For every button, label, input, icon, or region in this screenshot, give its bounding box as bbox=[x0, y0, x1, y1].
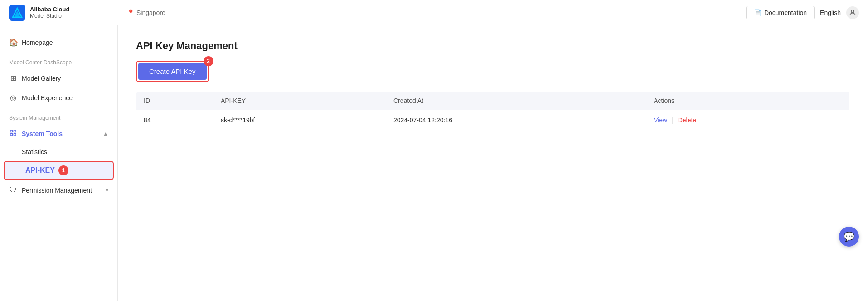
permission-icon: 🛡 bbox=[9, 186, 17, 194]
region-label: Singapore bbox=[136, 9, 165, 16]
svg-rect-8 bbox=[14, 133, 16, 136]
svg-point-4 bbox=[851, 10, 854, 13]
sidebar-item-model-gallery[interactable]: ⊞ Model Gallery bbox=[0, 68, 117, 88]
logo-icon bbox=[9, 5, 25, 21]
col-actions: Actions bbox=[646, 92, 849, 110]
model-experience-label: Model Experience bbox=[22, 94, 73, 102]
create-btn-wrapper: Create API Key bbox=[136, 61, 209, 82]
permission-management-label: Permission Management bbox=[22, 187, 92, 194]
sidebar: 🏠 Homepage Model Center-DashScope ⊞ Mode… bbox=[0, 25, 118, 301]
table-row: 84 sk-d****19bf 2024-07-04 12:20:16 View… bbox=[136, 110, 850, 131]
logo-text: Alibaba Cloud Model Studio bbox=[30, 6, 69, 19]
experience-icon: ◎ bbox=[9, 93, 17, 102]
main-content: API Key Management Create API Key 2 ID A… bbox=[118, 25, 868, 301]
svg-rect-7 bbox=[10, 133, 13, 136]
create-api-key-button[interactable]: Create API Key bbox=[138, 63, 207, 80]
homepage-label: Homepage bbox=[22, 39, 53, 46]
nav-right: 📄 Documentation English bbox=[746, 6, 859, 19]
model-gallery-label: Model Gallery bbox=[22, 75, 61, 82]
main-layout: 🏠 Homepage Model Center-DashScope ⊞ Mode… bbox=[0, 25, 868, 301]
sidebar-item-permission-management[interactable]: 🛡 Permission Management ▾ bbox=[0, 181, 117, 200]
language-button[interactable]: English bbox=[820, 9, 841, 16]
api-key-table: ID API-KEY Created At Actions 84 sk-d***… bbox=[136, 91, 850, 131]
view-action[interactable]: View bbox=[654, 117, 667, 124]
api-key-step-badge: 1 bbox=[58, 165, 68, 175]
region-icon: 📍 bbox=[127, 9, 135, 16]
top-nav: Alibaba Cloud Model Studio 📍 Singapore 📄… bbox=[0, 0, 868, 25]
expand-icon: ▲ bbox=[103, 131, 108, 137]
svg-rect-3 bbox=[14, 15, 21, 15]
region-badge: 📍 Singapore bbox=[127, 9, 165, 16]
table-header-row: ID API-KEY Created At Actions bbox=[136, 92, 850, 110]
sidebar-item-api-key[interactable]: API-KEY 1 bbox=[4, 161, 114, 180]
sidebar-item-system-tools[interactable]: System Tools ▲ bbox=[0, 124, 117, 144]
float-chat-button[interactable]: 💬 bbox=[839, 227, 859, 247]
home-icon: 🏠 bbox=[9, 38, 17, 47]
sidebar-item-model-experience[interactable]: ◎ Model Experience bbox=[0, 88, 117, 107]
gallery-icon: ⊞ bbox=[9, 74, 17, 83]
chat-icon: 💬 bbox=[844, 231, 855, 242]
action-separator: | bbox=[672, 117, 674, 124]
svg-rect-5 bbox=[10, 130, 13, 132]
system-tools-icon bbox=[9, 129, 17, 138]
sidebar-item-homepage[interactable]: 🏠 Homepage bbox=[0, 33, 117, 52]
doc-icon: 📄 bbox=[754, 9, 761, 16]
create-api-key-area: Create API Key 2 bbox=[136, 61, 209, 82]
delete-action[interactable]: Delete bbox=[678, 117, 696, 124]
create-step-badge: 2 bbox=[204, 56, 213, 66]
permission-expand-icon: ▾ bbox=[106, 187, 108, 194]
api-key-active-wrapper: API-KEY 1 bbox=[4, 161, 114, 180]
col-id: ID bbox=[136, 92, 213, 110]
cell-api-key: sk-d****19bf bbox=[213, 110, 386, 131]
cell-created-at: 2024-07-04 12:20:16 bbox=[386, 110, 646, 131]
documentation-button[interactable]: 📄 Documentation bbox=[746, 6, 815, 19]
logo-area: Alibaba Cloud Model Studio bbox=[9, 5, 109, 21]
col-api-key: API-KEY bbox=[213, 92, 386, 110]
user-avatar[interactable] bbox=[846, 6, 859, 19]
nav-center: 📍 Singapore bbox=[109, 9, 746, 16]
cell-actions: View | Delete bbox=[646, 110, 849, 131]
section-model-center: Model Center-DashScope bbox=[0, 52, 117, 68]
col-created-at: Created At bbox=[386, 92, 646, 110]
system-tools-label: System Tools bbox=[22, 130, 63, 137]
api-key-label: API-KEY bbox=[25, 166, 55, 175]
svg-rect-6 bbox=[14, 130, 16, 132]
cell-id: 84 bbox=[136, 110, 213, 131]
section-system-management: System Management bbox=[0, 107, 117, 124]
sidebar-item-statistics[interactable]: Statistics bbox=[0, 144, 117, 160]
page-title: API Key Management bbox=[136, 40, 850, 52]
